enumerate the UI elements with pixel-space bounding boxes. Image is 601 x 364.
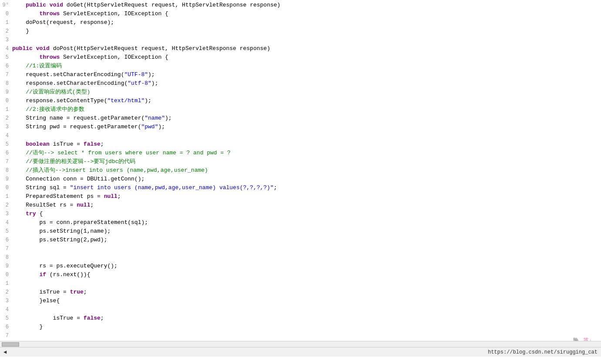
line-content: Connection conn = DBUtil.getConn(); bbox=[12, 175, 601, 184]
line-content: PreparedStatement ps = null; bbox=[12, 192, 601, 201]
code-line: 2 String name = request.getParameter("na… bbox=[0, 114, 601, 123]
line-content: throws ServletException, IOException { bbox=[12, 53, 601, 62]
line-number: 8 bbox=[0, 253, 12, 262]
code-line: 4 bbox=[0, 305, 601, 314]
line-number: 6 bbox=[0, 323, 12, 331]
line-number: 4 bbox=[0, 305, 12, 314]
line-content: //插入语句-->insert into users (name,pwd,age… bbox=[12, 166, 601, 175]
code-line: 1 doPost(request, response); bbox=[0, 18, 601, 27]
line-number: 4 bbox=[0, 44, 12, 53]
code-line: 9 //设置响应的格式(类型) bbox=[0, 88, 601, 97]
code-line: 8 response.setCharacterEncoding("utf-8")… bbox=[0, 79, 601, 88]
code-line: 0 response.setContentType("text/html"); bbox=[0, 97, 601, 105]
line-number: 8 bbox=[0, 79, 12, 88]
url-display: https://blog.csdn.net/sirugging_cat bbox=[488, 349, 598, 355]
code-line: 4 bbox=[0, 131, 601, 140]
code-line: 5 boolean isTrue = false; bbox=[0, 140, 601, 149]
line-number: 6 bbox=[0, 149, 12, 157]
line-content: doPost(request, response); bbox=[12, 18, 601, 27]
line-number: 2 bbox=[0, 27, 12, 36]
code-line: 7 bbox=[0, 331, 601, 340]
line-content: //2:接收请求中的参数 bbox=[12, 105, 601, 114]
code-line: 8 bbox=[0, 253, 601, 262]
line-number: 0 bbox=[0, 97, 12, 105]
line-number: 2 bbox=[0, 288, 12, 297]
code-line: 1 //2:接收请求中的参数 bbox=[0, 105, 601, 114]
line-content: throws ServletException, IOException { bbox=[12, 10, 601, 18]
line-content: //1:设置编码 bbox=[12, 62, 601, 70]
line-content: }else{ bbox=[12, 297, 601, 305]
line-number: 7 bbox=[0, 331, 12, 340]
line-content: //要做注册的相关逻辑-->要写jdbc的代码 bbox=[12, 157, 601, 166]
code-line: 7 //要做注册的相关逻辑-->要写jdbc的代码 bbox=[0, 157, 601, 166]
line-content: ps = conn.prepareStatement(sql); bbox=[12, 218, 601, 227]
line-content: //设置响应的格式(类型) bbox=[12, 88, 601, 97]
code-line: 3 }else{ bbox=[0, 297, 601, 305]
code-line: 2 isTrue = true; bbox=[0, 288, 601, 297]
line-number: 5 bbox=[0, 227, 12, 236]
line-content: request.setCharacterEncoding("UTF-8"); bbox=[12, 70, 601, 79]
code-line: 0 if (rs.next()){ bbox=[0, 270, 601, 279]
line-number: 9 bbox=[0, 175, 12, 184]
code-line: 4public void doPost(HttpServletRequest r… bbox=[0, 44, 601, 53]
code-line: 6 } bbox=[0, 323, 601, 331]
line-number: 0 bbox=[0, 270, 12, 279]
scrollbar-thumb[interactable] bbox=[2, 342, 19, 347]
line-number: 7 bbox=[0, 70, 12, 79]
line-content: isTrue = false; bbox=[12, 314, 601, 323]
code-line: 6 //1:设置编码 bbox=[0, 62, 601, 70]
line-content: public void doGet(HttpServletRequest req… bbox=[12, 1, 601, 10]
line-number: 8 bbox=[0, 166, 12, 175]
line-content: isTrue = true; bbox=[12, 288, 601, 297]
code-line: 5 isTrue = false; bbox=[0, 314, 601, 323]
line-content: String pwd = request.getParameter("pwd")… bbox=[12, 123, 601, 131]
code-line: 2 ResultSet rs = null; bbox=[0, 201, 601, 210]
code-line: 3 try { bbox=[0, 210, 601, 218]
line-number: 1 bbox=[0, 279, 12, 288]
code-line: 9 rs = ps.executeQuery(); bbox=[0, 262, 601, 270]
line-number: 7 bbox=[0, 244, 12, 253]
line-content: response.setContentType("text/html"); bbox=[12, 97, 601, 105]
line-number: 3 bbox=[0, 123, 12, 131]
line-content: ps.setString(1,name); bbox=[12, 227, 601, 236]
line-number: 1 bbox=[0, 18, 12, 27]
code-editor: 9° public void doGet(HttpServletRequest … bbox=[0, 0, 601, 357]
code-line: 5 ps.setString(1,name); bbox=[0, 227, 601, 236]
line-content: } bbox=[12, 27, 601, 36]
code-line: 7 request.setCharacterEncoding("UTF-8"); bbox=[0, 70, 601, 79]
line-content: ResultSet rs = null; bbox=[12, 201, 601, 210]
code-line: 0 throws ServletException, IOException { bbox=[0, 10, 601, 18]
scroll-left-arrow[interactable]: ◀ bbox=[3, 349, 7, 355]
code-line: 8 //插入语句-->insert into users (name,pwd,a… bbox=[0, 166, 601, 175]
line-number: 6 bbox=[0, 236, 12, 244]
line-number: 4 bbox=[0, 131, 12, 140]
code-line: 9° public void doGet(HttpServletRequest … bbox=[0, 1, 601, 10]
code-line: 0 String sql = "insert into users (name,… bbox=[0, 184, 601, 192]
code-line: 9 Connection conn = DBUtil.getConn(); bbox=[0, 175, 601, 184]
code-line: 4 ps = conn.prepareStatement(sql); bbox=[0, 218, 601, 227]
code-lines: 9° public void doGet(HttpServletRequest … bbox=[0, 1, 601, 340]
line-content: response.setCharacterEncoding("utf-8"); bbox=[12, 79, 601, 88]
line-number: 2 bbox=[0, 114, 12, 123]
line-number: 1 bbox=[0, 105, 12, 114]
line-number: 3 bbox=[0, 297, 12, 305]
code-line: 6 //语句--> select * from users where user… bbox=[0, 149, 601, 157]
line-content: try { bbox=[12, 210, 601, 218]
horizontal-scrollbar[interactable] bbox=[0, 341, 601, 347]
code-line: 1 PreparedStatement ps = null; bbox=[0, 192, 601, 201]
code-line: 3 bbox=[0, 36, 601, 44]
line-number: 0 bbox=[0, 184, 12, 192]
line-number: 0 bbox=[0, 10, 12, 18]
line-content: boolean isTrue = false; bbox=[12, 140, 601, 149]
status-bar: ◀ https://blog.csdn.net/sirugging_cat bbox=[0, 347, 601, 357]
code-line: 2 } bbox=[0, 27, 601, 36]
line-number: 3 bbox=[0, 210, 12, 218]
line-number: 9 bbox=[0, 88, 12, 97]
code-line: 1 bbox=[0, 279, 601, 288]
line-number: 1 bbox=[0, 192, 12, 201]
line-number: 9° bbox=[0, 1, 12, 10]
line-content: ps.setString(2,pwd); bbox=[12, 236, 601, 244]
line-content: String sql = "insert into users (name,pw… bbox=[12, 184, 601, 192]
code-line: 6 ps.setString(2,pwd); bbox=[0, 236, 601, 244]
code-line: 5 throws ServletException, IOException { bbox=[0, 53, 601, 62]
